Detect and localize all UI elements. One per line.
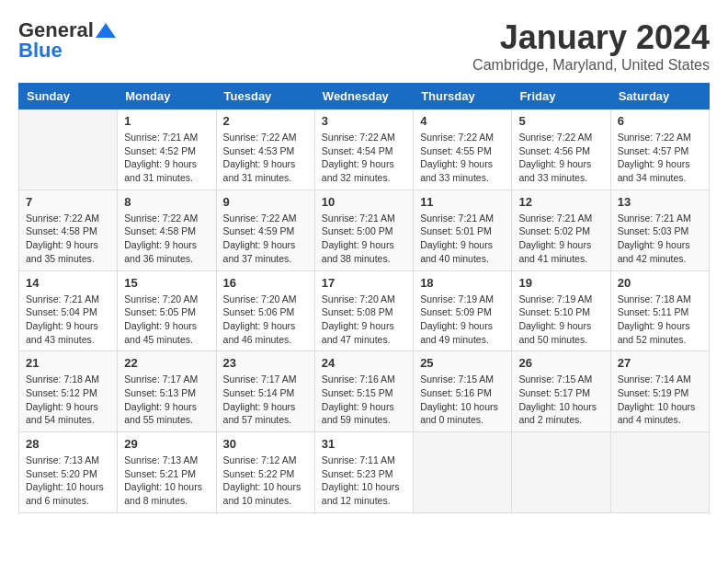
weekday-header: Friday bbox=[512, 84, 610, 109]
day-number: 14 bbox=[26, 276, 110, 290]
day-number: 16 bbox=[223, 276, 308, 290]
day-number: 9 bbox=[223, 195, 308, 209]
calendar-cell: 8 Sunrise: 7:22 AMSunset: 4:58 PMDayligh… bbox=[118, 190, 216, 270]
calendar-cell: 9 Sunrise: 7:22 AMSunset: 4:59 PMDayligh… bbox=[216, 190, 314, 270]
weekday-header: Wednesday bbox=[314, 84, 413, 109]
calendar-cell: 18 Sunrise: 7:19 AMSunset: 5:09 PMDaylig… bbox=[414, 270, 512, 351]
calendar-cell: 2 Sunrise: 7:22 AMSunset: 4:53 PMDayligh… bbox=[216, 109, 314, 190]
calendar-cell bbox=[610, 432, 709, 513]
day-number: 20 bbox=[618, 276, 702, 290]
day-number: 18 bbox=[420, 276, 505, 290]
calendar-cell: 12 Sunrise: 7:21 AMSunset: 5:02 PMDaylig… bbox=[512, 190, 610, 270]
day-number: 10 bbox=[322, 195, 406, 209]
calendar-cell: 20 Sunrise: 7:18 AMSunset: 5:11 PMDaylig… bbox=[610, 270, 709, 351]
day-info: Sunrise: 7:22 AMSunset: 4:58 PMDaylight:… bbox=[26, 212, 110, 266]
calendar-cell: 23 Sunrise: 7:17 AMSunset: 5:14 PMDaylig… bbox=[216, 351, 314, 432]
day-number: 13 bbox=[618, 195, 702, 209]
calendar-cell: 5 Sunrise: 7:22 AMSunset: 4:56 PMDayligh… bbox=[512, 109, 610, 190]
calendar-cell: 21 Sunrise: 7:18 AMSunset: 5:12 PMDaylig… bbox=[19, 351, 118, 432]
day-info: Sunrise: 7:17 AMSunset: 5:13 PMDaylight:… bbox=[124, 373, 209, 427]
day-number: 24 bbox=[322, 356, 406, 370]
calendar-cell: 27 Sunrise: 7:14 AMSunset: 5:19 PMDaylig… bbox=[610, 351, 709, 432]
day-info: Sunrise: 7:12 AMSunset: 5:22 PMDaylight:… bbox=[223, 454, 308, 508]
day-number: 25 bbox=[420, 356, 505, 370]
day-info: Sunrise: 7:22 AMSunset: 4:59 PMDaylight:… bbox=[223, 212, 308, 266]
calendar-cell: 30 Sunrise: 7:12 AMSunset: 5:22 PMDaylig… bbox=[216, 432, 314, 513]
day-number: 5 bbox=[518, 114, 603, 128]
weekday-header: Monday bbox=[118, 84, 216, 109]
calendar-week-row: 14 Sunrise: 7:21 AMSunset: 5:04 PMDaylig… bbox=[19, 270, 710, 351]
day-number: 7 bbox=[26, 195, 110, 209]
calendar-cell bbox=[512, 432, 610, 513]
day-number: 31 bbox=[322, 437, 406, 451]
calendar-week-row: 1 Sunrise: 7:21 AMSunset: 4:52 PMDayligh… bbox=[19, 109, 710, 190]
calendar-week-row: 28 Sunrise: 7:13 AMSunset: 5:20 PMDaylig… bbox=[19, 432, 710, 513]
day-info: Sunrise: 7:18 AMSunset: 5:12 PMDaylight:… bbox=[26, 373, 110, 427]
calendar-cell: 4 Sunrise: 7:22 AMSunset: 4:55 PMDayligh… bbox=[414, 109, 512, 190]
calendar-table: SundayMondayTuesdayWednesdayThursdayFrid… bbox=[18, 83, 710, 513]
day-number: 19 bbox=[518, 276, 603, 290]
day-info: Sunrise: 7:19 AMSunset: 5:10 PMDaylight:… bbox=[518, 293, 603, 347]
day-number: 15 bbox=[124, 276, 209, 290]
day-info: Sunrise: 7:13 AMSunset: 5:21 PMDaylight:… bbox=[124, 454, 209, 508]
day-number: 21 bbox=[26, 356, 110, 370]
calendar-cell: 29 Sunrise: 7:13 AMSunset: 5:21 PMDaylig… bbox=[118, 432, 216, 513]
calendar-cell: 7 Sunrise: 7:22 AMSunset: 4:58 PMDayligh… bbox=[19, 190, 118, 270]
calendar-cell: 22 Sunrise: 7:17 AMSunset: 5:13 PMDaylig… bbox=[118, 351, 216, 432]
day-info: Sunrise: 7:21 AMSunset: 4:52 PMDaylight:… bbox=[124, 131, 209, 185]
calendar-cell bbox=[414, 432, 512, 513]
day-number: 26 bbox=[518, 356, 603, 370]
title-block: January 2024 Cambridge, Maryland, United… bbox=[472, 18, 710, 74]
day-info: Sunrise: 7:22 AMSunset: 4:53 PMDaylight:… bbox=[223, 131, 308, 185]
calendar-cell: 3 Sunrise: 7:22 AMSunset: 4:54 PMDayligh… bbox=[314, 109, 413, 190]
weekday-header: Thursday bbox=[414, 84, 512, 109]
day-info: Sunrise: 7:22 AMSunset: 4:54 PMDaylight:… bbox=[322, 131, 406, 185]
calendar-week-row: 21 Sunrise: 7:18 AMSunset: 5:12 PMDaylig… bbox=[19, 351, 710, 432]
day-number: 3 bbox=[322, 114, 406, 128]
day-number: 30 bbox=[223, 437, 308, 451]
day-number: 28 bbox=[26, 437, 110, 451]
day-number: 6 bbox=[618, 114, 702, 128]
page-header: General Blue January 2024 Cambridge, Mar… bbox=[18, 18, 710, 74]
calendar-cell: 31 Sunrise: 7:11 AMSunset: 5:23 PMDaylig… bbox=[314, 432, 413, 513]
day-number: 23 bbox=[223, 356, 308, 370]
logo-bird-icon bbox=[96, 21, 116, 40]
day-info: Sunrise: 7:16 AMSunset: 5:15 PMDaylight:… bbox=[322, 373, 406, 427]
calendar-cell: 17 Sunrise: 7:20 AMSunset: 5:08 PMDaylig… bbox=[314, 270, 413, 351]
calendar-cell: 15 Sunrise: 7:20 AMSunset: 5:05 PMDaylig… bbox=[118, 270, 216, 351]
calendar-cell: 10 Sunrise: 7:21 AMSunset: 5:00 PMDaylig… bbox=[314, 190, 413, 270]
day-info: Sunrise: 7:20 AMSunset: 5:05 PMDaylight:… bbox=[124, 293, 209, 347]
calendar-cell: 14 Sunrise: 7:21 AMSunset: 5:04 PMDaylig… bbox=[19, 270, 118, 351]
day-info: Sunrise: 7:22 AMSunset: 4:55 PMDaylight:… bbox=[420, 131, 505, 185]
calendar-cell: 24 Sunrise: 7:16 AMSunset: 5:15 PMDaylig… bbox=[314, 351, 413, 432]
calendar-cell bbox=[19, 109, 118, 190]
day-info: Sunrise: 7:13 AMSunset: 5:20 PMDaylight:… bbox=[26, 454, 110, 508]
day-info: Sunrise: 7:21 AMSunset: 5:00 PMDaylight:… bbox=[322, 212, 406, 266]
day-number: 2 bbox=[223, 114, 308, 128]
day-number: 4 bbox=[420, 114, 505, 128]
calendar-cell: 25 Sunrise: 7:15 AMSunset: 5:16 PMDaylig… bbox=[414, 351, 512, 432]
day-info: Sunrise: 7:22 AMSunset: 4:58 PMDaylight:… bbox=[124, 212, 209, 266]
calendar-cell: 19 Sunrise: 7:19 AMSunset: 5:10 PMDaylig… bbox=[512, 270, 610, 351]
weekday-header: Saturday bbox=[610, 84, 709, 109]
calendar-week-row: 7 Sunrise: 7:22 AMSunset: 4:58 PMDayligh… bbox=[19, 190, 710, 270]
day-info: Sunrise: 7:15 AMSunset: 5:17 PMDaylight:… bbox=[518, 373, 603, 427]
calendar-cell: 13 Sunrise: 7:21 AMSunset: 5:03 PMDaylig… bbox=[610, 190, 709, 270]
day-number: 29 bbox=[124, 437, 209, 451]
day-number: 27 bbox=[618, 356, 702, 370]
day-info: Sunrise: 7:14 AMSunset: 5:19 PMDaylight:… bbox=[618, 373, 702, 427]
day-number: 8 bbox=[124, 195, 209, 209]
subtitle: Cambridge, Maryland, United States bbox=[472, 57, 710, 74]
day-number: 17 bbox=[322, 276, 406, 290]
day-number: 12 bbox=[518, 195, 603, 209]
calendar-cell: 1 Sunrise: 7:21 AMSunset: 4:52 PMDayligh… bbox=[118, 109, 216, 190]
day-info: Sunrise: 7:11 AMSunset: 5:23 PMDaylight:… bbox=[322, 454, 406, 508]
day-info: Sunrise: 7:19 AMSunset: 5:09 PMDaylight:… bbox=[420, 293, 505, 347]
weekday-header: Sunday bbox=[19, 84, 118, 109]
day-info: Sunrise: 7:22 AMSunset: 4:56 PMDaylight:… bbox=[518, 131, 603, 185]
day-info: Sunrise: 7:15 AMSunset: 5:16 PMDaylight:… bbox=[420, 373, 505, 427]
calendar-cell: 11 Sunrise: 7:21 AMSunset: 5:01 PMDaylig… bbox=[414, 190, 512, 270]
day-info: Sunrise: 7:21 AMSunset: 5:04 PMDaylight:… bbox=[26, 293, 110, 347]
day-number: 1 bbox=[124, 114, 209, 128]
day-info: Sunrise: 7:20 AMSunset: 5:06 PMDaylight:… bbox=[223, 293, 308, 347]
